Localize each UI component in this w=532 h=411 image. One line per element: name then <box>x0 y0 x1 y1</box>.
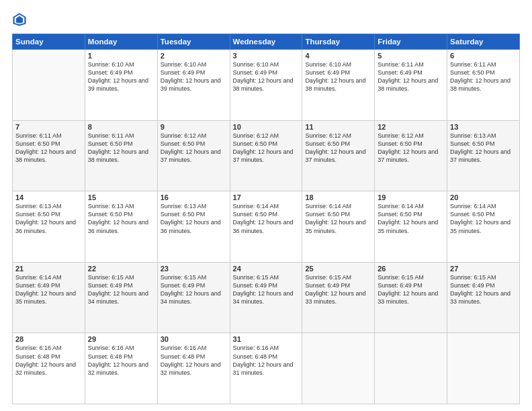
day-info: Sunrise: 6:14 AMSunset: 6:50 PMDaylight:… <box>233 202 300 235</box>
calendar-header-row: SundayMondayTuesdayWednesdayThursdayFrid… <box>13 34 520 50</box>
day-number: 2 <box>161 52 227 60</box>
day-info: Sunrise: 6:13 AMSunset: 6:50 PMDaylight:… <box>88 202 154 235</box>
day-number: 21 <box>15 265 82 273</box>
day-info: Sunrise: 6:14 AMSunset: 6:49 PMDaylight:… <box>15 273 82 306</box>
day-number: 12 <box>378 123 444 131</box>
day-number: 18 <box>305 193 371 201</box>
calendar-day-cell: 30Sunrise: 6:16 AMSunset: 6:48 PMDayligh… <box>157 333 230 404</box>
calendar-week-row: 14Sunrise: 6:13 AMSunset: 6:50 PMDayligh… <box>13 191 520 263</box>
calendar-day-cell: 11Sunrise: 6:12 AMSunset: 6:50 PMDayligh… <box>302 120 375 191</box>
calendar-day-cell: 21Sunrise: 6:14 AMSunset: 6:49 PMDayligh… <box>13 262 85 333</box>
calendar-day-cell: 27Sunrise: 6:15 AMSunset: 6:49 PMDayligh… <box>447 262 520 333</box>
calendar-day-cell: 18Sunrise: 6:14 AMSunset: 6:50 PMDayligh… <box>302 191 375 263</box>
day-number: 26 <box>378 265 444 273</box>
calendar-day-cell: 8Sunrise: 6:11 AMSunset: 6:50 PMDaylight… <box>85 120 157 191</box>
day-number: 8 <box>88 123 154 131</box>
day-info: Sunrise: 6:13 AMSunset: 6:50 PMDaylight:… <box>15 202 82 235</box>
day-number: 24 <box>233 265 300 273</box>
day-info: Sunrise: 6:11 AMSunset: 6:50 PMDaylight:… <box>88 132 154 165</box>
logo-icon <box>12 12 27 27</box>
day-info: Sunrise: 6:16 AMSunset: 6:48 PMDaylight:… <box>161 344 227 377</box>
calendar-week-row: 21Sunrise: 6:14 AMSunset: 6:49 PMDayligh… <box>13 262 520 333</box>
day-number: 11 <box>305 123 371 131</box>
day-number: 4 <box>305 52 371 60</box>
day-info: Sunrise: 6:10 AMSunset: 6:49 PMDaylight:… <box>88 60 154 93</box>
day-number: 16 <box>161 193 227 201</box>
calendar-day-cell: 31Sunrise: 6:16 AMSunset: 6:48 PMDayligh… <box>230 333 302 404</box>
day-info: Sunrise: 6:15 AMSunset: 6:49 PMDaylight:… <box>450 273 517 306</box>
day-number: 31 <box>233 335 300 343</box>
day-info: Sunrise: 6:14 AMSunset: 6:50 PMDaylight:… <box>305 202 371 235</box>
day-info: Sunrise: 6:13 AMSunset: 6:50 PMDaylight:… <box>450 132 517 165</box>
calendar-day-cell: 6Sunrise: 6:11 AMSunset: 6:50 PMDaylight… <box>447 50 520 121</box>
day-info: Sunrise: 6:12 AMSunset: 6:50 PMDaylight:… <box>305 132 371 165</box>
day-info: Sunrise: 6:14 AMSunset: 6:50 PMDaylight:… <box>378 202 444 235</box>
weekday-header: Sunday <box>13 34 85 50</box>
calendar-day-cell <box>447 333 520 404</box>
weekday-header: Tuesday <box>157 34 230 50</box>
page: SundayMondayTuesdayWednesdayThursdayFrid… <box>0 0 532 411</box>
calendar-day-cell: 1Sunrise: 6:10 AMSunset: 6:49 PMDaylight… <box>85 50 157 121</box>
weekday-header: Wednesday <box>230 34 302 50</box>
day-number: 27 <box>450 265 517 273</box>
calendar-day-cell: 19Sunrise: 6:14 AMSunset: 6:50 PMDayligh… <box>375 191 447 263</box>
day-number: 30 <box>161 335 227 343</box>
calendar-day-cell: 20Sunrise: 6:14 AMSunset: 6:50 PMDayligh… <box>447 191 520 263</box>
calendar-day-cell: 25Sunrise: 6:15 AMSunset: 6:49 PMDayligh… <box>302 262 375 333</box>
day-info: Sunrise: 6:10 AMSunset: 6:49 PMDaylight:… <box>233 60 300 93</box>
calendar-day-cell: 14Sunrise: 6:13 AMSunset: 6:50 PMDayligh… <box>13 191 85 263</box>
calendar-day-cell <box>302 333 375 404</box>
calendar-day-cell: 13Sunrise: 6:13 AMSunset: 6:50 PMDayligh… <box>447 120 520 191</box>
day-number: 5 <box>378 52 444 60</box>
day-number: 22 <box>88 265 154 273</box>
day-number: 29 <box>88 335 154 343</box>
day-info: Sunrise: 6:15 AMSunset: 6:49 PMDaylight:… <box>161 273 227 306</box>
calendar-day-cell: 29Sunrise: 6:16 AMSunset: 6:48 PMDayligh… <box>85 333 157 404</box>
day-number: 25 <box>305 265 371 273</box>
day-number: 9 <box>161 123 227 131</box>
calendar-day-cell: 5Sunrise: 6:11 AMSunset: 6:49 PMDaylight… <box>375 50 447 121</box>
calendar-day-cell: 9Sunrise: 6:12 AMSunset: 6:50 PMDaylight… <box>157 120 230 191</box>
weekday-header: Saturday <box>447 34 520 50</box>
calendar-day-cell: 2Sunrise: 6:10 AMSunset: 6:49 PMDaylight… <box>157 50 230 121</box>
calendar-week-row: 1Sunrise: 6:10 AMSunset: 6:49 PMDaylight… <box>13 50 520 121</box>
day-info: Sunrise: 6:16 AMSunset: 6:48 PMDaylight:… <box>15 344 82 377</box>
day-number: 6 <box>450 52 517 60</box>
calendar-day-cell <box>13 50 85 121</box>
header <box>12 12 520 27</box>
calendar-table: SundayMondayTuesdayWednesdayThursdayFrid… <box>12 34 520 404</box>
day-info: Sunrise: 6:11 AMSunset: 6:49 PMDaylight:… <box>378 60 444 93</box>
day-info: Sunrise: 6:11 AMSunset: 6:50 PMDaylight:… <box>450 60 517 93</box>
day-number: 20 <box>450 193 517 201</box>
weekday-header: Monday <box>85 34 157 50</box>
day-info: Sunrise: 6:15 AMSunset: 6:49 PMDaylight:… <box>88 273 154 306</box>
weekday-header: Thursday <box>302 34 375 50</box>
day-info: Sunrise: 6:12 AMSunset: 6:50 PMDaylight:… <box>378 132 444 165</box>
day-info: Sunrise: 6:16 AMSunset: 6:48 PMDaylight:… <box>233 344 300 377</box>
day-number: 17 <box>233 193 300 201</box>
calendar-day-cell: 12Sunrise: 6:12 AMSunset: 6:50 PMDayligh… <box>375 120 447 191</box>
day-info: Sunrise: 6:15 AMSunset: 6:49 PMDaylight:… <box>233 273 300 306</box>
day-number: 23 <box>161 265 227 273</box>
day-info: Sunrise: 6:14 AMSunset: 6:50 PMDaylight:… <box>450 202 517 235</box>
day-info: Sunrise: 6:10 AMSunset: 6:49 PMDaylight:… <box>161 60 227 93</box>
day-info: Sunrise: 6:10 AMSunset: 6:49 PMDaylight:… <box>305 60 371 93</box>
day-number: 1 <box>88 52 154 60</box>
calendar-day-cell: 15Sunrise: 6:13 AMSunset: 6:50 PMDayligh… <box>85 191 157 263</box>
day-info: Sunrise: 6:11 AMSunset: 6:50 PMDaylight:… <box>15 132 82 165</box>
day-info: Sunrise: 6:13 AMSunset: 6:50 PMDaylight:… <box>161 202 227 235</box>
calendar-day-cell: 23Sunrise: 6:15 AMSunset: 6:49 PMDayligh… <box>157 262 230 333</box>
calendar-day-cell: 3Sunrise: 6:10 AMSunset: 6:49 PMDaylight… <box>230 50 302 121</box>
calendar-day-cell: 28Sunrise: 6:16 AMSunset: 6:48 PMDayligh… <box>13 333 85 404</box>
day-number: 7 <box>15 123 82 131</box>
calendar-day-cell: 22Sunrise: 6:15 AMSunset: 6:49 PMDayligh… <box>85 262 157 333</box>
day-number: 15 <box>88 193 154 201</box>
day-number: 28 <box>15 335 82 343</box>
day-info: Sunrise: 6:12 AMSunset: 6:50 PMDaylight:… <box>161 132 227 165</box>
calendar-day-cell: 24Sunrise: 6:15 AMSunset: 6:49 PMDayligh… <box>230 262 302 333</box>
day-info: Sunrise: 6:15 AMSunset: 6:49 PMDaylight:… <box>378 273 444 306</box>
day-number: 19 <box>378 193 444 201</box>
calendar-week-row: 28Sunrise: 6:16 AMSunset: 6:48 PMDayligh… <box>13 333 520 404</box>
day-info: Sunrise: 6:16 AMSunset: 6:48 PMDaylight:… <box>88 344 154 377</box>
day-number: 13 <box>450 123 517 131</box>
